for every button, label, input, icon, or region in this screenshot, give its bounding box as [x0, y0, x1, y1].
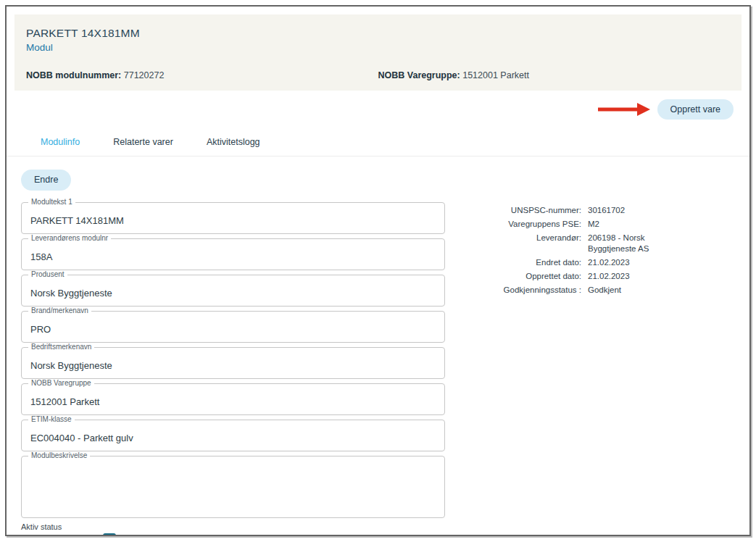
checkmark-icon: [105, 535, 114, 537]
module-details-panel: UNSPSC-nummer: 30161702 Varegruppens PSE…: [470, 170, 668, 536]
detail-label: Opprettet dato:: [470, 271, 581, 282]
field-label: Leverandørens modulnr: [28, 234, 111, 242]
aktiv-status-row: Aktiv: [103, 533, 445, 537]
field-label: ETIM-klasse: [28, 415, 75, 423]
endre-button[interactable]: Endre: [21, 170, 71, 191]
aktiv-checkbox[interactable]: [103, 533, 116, 537]
tab-aktivitetslogg[interactable]: Aktivitetslogg: [207, 137, 260, 147]
field-brand-merkenavn[interactable]: Brand/merkenavn PRO: [21, 311, 445, 343]
detail-value: 30161702: [588, 205, 668, 216]
nobb-modulnummer-label: NOBB modulnummer:: [26, 70, 121, 80]
aktiv-status-label: Aktiv status: [21, 522, 445, 531]
field-modultekst-1[interactable]: Modultekst 1 PARKETT 14X181MM: [21, 202, 445, 234]
header-meta-row: NOBB modulnummer: 77120272 NOBB Varegrup…: [26, 70, 730, 80]
detail-row-opprettet-dato: Opprettet dato: 21.02.2023: [470, 271, 668, 282]
detail-row-godkjenningsstatus: Godkjenningsstatus : Godkjent: [470, 285, 668, 296]
nobb-varegruppe-label: NOBB Varegruppe:: [378, 70, 460, 80]
module-form: Endre Modultekst 1 PARKETT 14X181MM Leve…: [21, 170, 445, 536]
detail-label: Endret dato:: [470, 257, 581, 268]
detail-label: UNSPSC-nummer:: [470, 205, 581, 216]
field-value: PRO: [30, 324, 436, 335]
detail-value: 21.02.2023: [588, 257, 668, 268]
field-value: Norsk Byggtjeneste: [30, 288, 436, 299]
field-value: 1512001 Parkett: [30, 396, 436, 407]
tab-content: Endre Modultekst 1 PARKETT 14X181MM Leve…: [7, 157, 749, 536]
field-nobb-varegruppe[interactable]: NOBB Varegruppe 1512001 Parkett: [21, 383, 445, 415]
toolbar: Opprett vare: [7, 91, 749, 128]
tab-bar: Modulinfo Relaterte varer Aktivitetslogg: [7, 128, 749, 157]
detail-row-unspsc: UNSPSC-nummer: 30161702: [470, 205, 668, 216]
red-arrow-annotation-icon: [598, 103, 650, 116]
detail-label: Leverandør:: [470, 233, 581, 254]
nobb-modulnummer-value: 77120272: [124, 70, 165, 80]
field-leverandorens-modulnr[interactable]: Leverandørens modulnr 158A: [21, 238, 445, 270]
field-label: Modulbeskrivelse: [28, 451, 90, 459]
field-value: 158A: [30, 251, 436, 262]
detail-value: Godkjent: [588, 285, 668, 296]
field-value: Norsk Byggtjeneste: [30, 360, 436, 371]
field-produsent[interactable]: Produsent Norsk Byggtjeneste: [21, 275, 445, 307]
detail-label: Varegruppens PSE:: [470, 219, 581, 230]
field-value: EC004040 - Parkett gulv: [30, 433, 436, 443]
field-label: Brand/merkenavn: [28, 307, 91, 314]
detail-row-leverandor: Leverandør: 206198 - Norsk Byggtjeneste …: [470, 233, 668, 254]
nobb-varegruppe-value: 1512001 Parkett: [462, 70, 529, 80]
window-frame: PARKETT 14X181MM Modul NOBB modulnummer:…: [5, 5, 751, 536]
field-modulbeskrivelse[interactable]: Modulbeskrivelse: [21, 456, 445, 518]
field-label: Modultekst 1: [28, 198, 75, 206]
detail-row-endret-dato: Endret dato: 21.02.2023: [470, 257, 668, 268]
field-label: Produsent: [28, 270, 67, 278]
module-header: PARKETT 14X181MM Modul NOBB modulnummer:…: [14, 14, 742, 91]
detail-value: 21.02.2023: [588, 271, 668, 282]
page: PARKETT 14X181MM Modul NOBB modulnummer:…: [0, 0, 756, 542]
detail-row-varegruppens-pse: Varegruppens PSE: M2: [470, 219, 668, 230]
nobb-varegruppe: NOBB Varegruppe: 1512001 Parkett: [378, 70, 731, 80]
field-etim-klasse[interactable]: ETIM-klasse EC004040 - Parkett gulv: [21, 420, 445, 451]
detail-label: Godkjenningsstatus :: [470, 285, 581, 296]
field-bedriftsmerkenavn[interactable]: Bedriftsmerkenavn Norsk Byggtjeneste: [21, 347, 445, 379]
field-value: PARKETT 14X181MM: [30, 215, 436, 226]
tab-modulinfo[interactable]: Modulinfo: [41, 137, 80, 147]
detail-value: 206198 - Norsk Byggtjeneste AS: [588, 233, 668, 254]
opprett-vare-button[interactable]: Opprett vare: [657, 99, 734, 120]
field-label: NOBB Varegruppe: [28, 379, 94, 387]
nobb-modulnummer: NOBB modulnummer: 77120272: [26, 70, 378, 80]
tab-relaterte-varer[interactable]: Relaterte varer: [113, 137, 173, 147]
page-subtitle: Modul: [26, 42, 730, 53]
page-title: PARKETT 14X181MM: [26, 27, 730, 40]
detail-value: M2: [588, 219, 668, 230]
aktiv-checkbox-label: Aktiv: [125, 534, 146, 536]
field-label: Bedriftsmerkenavn: [28, 343, 94, 351]
